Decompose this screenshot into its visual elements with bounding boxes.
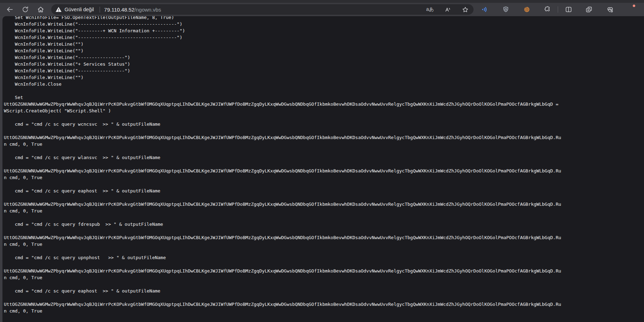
browser-toolbar: Güvenli değil 79.110.48.52/ngown.vbs aあ: [0, 3, 644, 16]
audio-waves-icon: [481, 5, 489, 14]
code-text: Set WcnInfoFile= FSO.OpenTextFile(Output…: [2, 16, 644, 314]
tab-strip-edge: [0, 0, 644, 3]
extensions-button[interactable]: [541, 4, 554, 15]
browser-window: Güvenli değil 79.110.48.52/ngown.vbs aあ: [0, 0, 644, 16]
extensions-puzzle-icon: [543, 6, 551, 13]
back-button[interactable]: [4, 4, 16, 15]
address-divider: [100, 7, 100, 13]
back-arrow-icon: [6, 6, 14, 13]
browser-essentials-icon: [606, 6, 614, 14]
address-bar[interactable]: Güvenli değil 79.110.48.52/ngown.vbs aあ: [51, 4, 474, 15]
url-host: 79.110.48.52: [104, 7, 134, 13]
collections-button[interactable]: [583, 4, 595, 15]
refresh-button[interactable]: [19, 4, 32, 15]
toolbar-separator: [558, 6, 558, 13]
security-status-label: Güvenli değil: [65, 7, 94, 12]
cookies-button[interactable]: [521, 4, 533, 15]
translate-icon: aあ: [426, 6, 434, 13]
split-screen-button[interactable]: [562, 4, 575, 15]
favorite-star-icon: [462, 6, 469, 13]
profile-notification-dot: [632, 4, 636, 8]
tracking-prevention-button[interactable]: [499, 4, 512, 15]
audio-waves-button[interactable]: [478, 4, 491, 15]
read-aloud-icon: [444, 6, 451, 13]
browser-essentials-button[interactable]: [604, 4, 616, 15]
read-aloud-button[interactable]: [442, 5, 453, 14]
not-secure-warning-icon: [54, 5, 63, 14]
url-text: 79.110.48.52/ngown.vbs: [104, 7, 418, 13]
cookie-icon: [523, 6, 531, 13]
translate-button[interactable]: aあ: [424, 5, 436, 14]
home-button[interactable]: [34, 4, 47, 15]
shield-icon: [502, 6, 510, 13]
browser-content-area: Set WcnInfoFile= FSO.OpenTextFile(Output…: [0, 16, 644, 322]
url-path: /ngown.vbs: [134, 7, 161, 13]
split-screen-icon: [565, 6, 572, 13]
home-icon: [37, 6, 45, 13]
collections-icon: [585, 6, 593, 13]
favorite-button[interactable]: [459, 5, 471, 14]
refresh-icon: [21, 6, 29, 13]
page-viewport[interactable]: Set WcnInfoFile= FSO.OpenTextFile(Output…: [2, 16, 644, 322]
profile-button[interactable]: [625, 4, 635, 15]
